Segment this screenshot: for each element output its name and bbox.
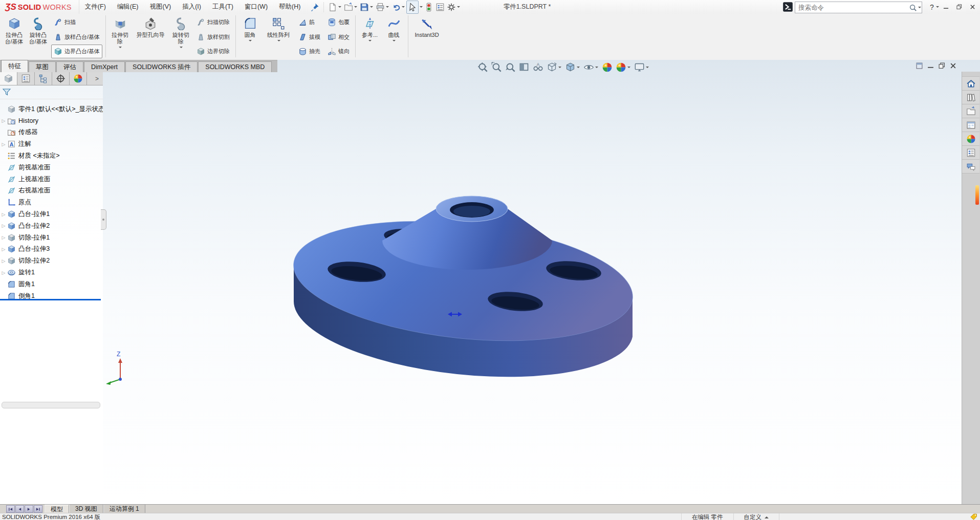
document-restore-icon[interactable] (939, 62, 945, 69)
forum-tab[interactable] (962, 160, 979, 174)
tree-item-boss-extrude1[interactable]: ▷ 凸台-拉伸1 (0, 208, 103, 220)
tree-item-right-plane[interactable]: 右视基准面 (0, 185, 103, 197)
tree-item-front-plane[interactable]: 前视基准面 (0, 162, 103, 174)
panel-expand-chevron-icon[interactable]: > (87, 72, 103, 85)
menu-window[interactable]: 窗口(W) (239, 0, 273, 14)
revolved-boss-button[interactable]: 旋转凸台/基体 (26, 15, 50, 58)
tab-evaluate[interactable]: 评估 (56, 61, 83, 72)
linear-pattern-button[interactable]: 线性阵列 (262, 15, 295, 58)
appearances-tab[interactable] (962, 132, 979, 146)
view-orientation-button[interactable] (547, 62, 562, 73)
motion-study-tab[interactable]: 运动算例 1 (103, 505, 145, 513)
menu-pin-icon[interactable] (309, 2, 320, 12)
extruded-cut-button[interactable]: path d="M9 2.2l6.4 3.2v7.2L9 15.8l-6.4-3… (108, 15, 132, 58)
search-icon[interactable] (909, 4, 917, 12)
prev-tab-button[interactable] (15, 505, 24, 513)
expand-arrow-icon[interactable]: ▷ (0, 223, 7, 228)
open-button[interactable] (343, 1, 359, 13)
configurationmanager-tab[interactable] (35, 72, 52, 85)
sweep-button[interactable]: 扫描 (51, 15, 102, 29)
tree-item-fillet1[interactable]: 圆角1 (0, 278, 103, 290)
viewport-3d[interactable]: Z (103, 72, 962, 504)
document-close-icon[interactable] (950, 62, 956, 69)
tree-item-sensors[interactable]: 传感器 (0, 127, 103, 139)
restore-button[interactable] (952, 0, 966, 14)
options-button[interactable] (446, 1, 462, 13)
tree-item-boss-extrude2[interactable]: ▷ 凸台-拉伸2 (0, 220, 103, 232)
expand-arrow-icon[interactable]: ▷ (0, 142, 7, 147)
model-tab[interactable]: 模型 (45, 505, 69, 513)
document-window-icon[interactable] (916, 62, 923, 69)
file-properties-button[interactable] (434, 1, 446, 13)
tab-solidworks-addins[interactable]: SOLIDWORKS 插件 (125, 61, 198, 72)
panel-splitter-handle[interactable] (101, 209, 106, 230)
previous-view-button[interactable] (505, 62, 516, 73)
menu-edit[interactable]: 编辑(E) (112, 0, 144, 14)
expand-arrow-icon[interactable]: ▷ (0, 270, 7, 275)
fillet-button[interactable]: 圆角 (238, 15, 262, 58)
rollback-bar[interactable] (0, 299, 101, 300)
tag-icon[interactable] (970, 513, 977, 520)
zoom-fit-button[interactable] (477, 62, 488, 73)
custom-properties-tab[interactable] (962, 146, 979, 160)
units-selector[interactable]: 自定义 (733, 513, 779, 520)
tree-item-material[interactable]: 材质 <未指定> (0, 150, 103, 162)
swept-cut-button[interactable]: 扫描切除 (194, 15, 232, 29)
lofted-boss-button[interactable]: 放样凸台/基体 (51, 30, 102, 44)
edit-appearance-button[interactable] (602, 62, 613, 73)
last-tab-button[interactable] (34, 505, 42, 513)
home-tab[interactable] (962, 76, 979, 91)
search-shortcut-icon[interactable] (782, 2, 793, 12)
menu-insert[interactable]: 插入(I) (177, 0, 207, 14)
menu-file[interactable]: 文件(F) (79, 0, 112, 14)
tree-item-boss-extrude3[interactable]: ▷ 凸台-拉伸3 (0, 244, 103, 255)
search-input[interactable] (795, 4, 909, 11)
search-dropdown-caret[interactable] (918, 7, 921, 10)
apply-scene-button[interactable] (616, 62, 631, 73)
minimize-button[interactable] (939, 0, 952, 14)
section-view-button[interactable] (519, 62, 530, 73)
tab-dimxpert[interactable]: DimXpert (84, 61, 125, 72)
design-library-tab[interactable] (962, 91, 979, 104)
intersect-button[interactable]: 相交 (325, 30, 352, 44)
select-tool-button[interactable] (406, 1, 419, 14)
expand-arrow-icon[interactable]: ▷ (0, 258, 7, 264)
rebuild-button[interactable] (423, 1, 434, 13)
document-minimize-icon[interactable] (927, 62, 934, 69)
panel-scrollbar[interactable] (2, 402, 100, 408)
propertymanager-tab[interactable] (17, 72, 35, 85)
boundary-cut-button[interactable]: 边界切除 (194, 45, 232, 58)
view-palette-tab[interactable] (962, 118, 979, 132)
menu-tools[interactable]: 工具(T) (207, 0, 239, 14)
hide-show-items-button[interactable] (583, 62, 599, 73)
new-document-button[interactable] (327, 1, 343, 13)
expand-arrow-icon[interactable]: ▷ (0, 247, 7, 252)
expand-arrow-icon[interactable]: ▷ (0, 118, 7, 123)
shell-button[interactable]: 抽壳 (296, 45, 323, 58)
curves-button[interactable]: 曲线 (382, 15, 406, 58)
print-button[interactable] (375, 1, 390, 13)
display-style-button[interactable] (565, 62, 580, 73)
zoom-area-button[interactable] (491, 62, 502, 73)
reference-geometry-button[interactable]: 参考... (358, 15, 382, 58)
tree-item-cut-extrude2[interactable]: ▷ 切除-拉伸2 (0, 255, 103, 267)
lofted-cut-button[interactable]: 放样切割 (194, 30, 232, 44)
tree-filter-row[interactable] (0, 85, 103, 99)
expand-arrow-icon[interactable]: ▷ (0, 235, 7, 240)
mirror-button[interactable]: 镜向 (325, 45, 352, 58)
tab-sketch[interactable]: 草图 (29, 61, 56, 72)
tree-item-history[interactable]: ▷ History (0, 115, 103, 127)
dimxpertmanager-tab[interactable] (52, 72, 70, 85)
wrap-button[interactable]: 包覆 (325, 15, 352, 29)
tree-item-top-plane[interactable]: 上视基准面 (0, 174, 103, 185)
tab-solidworks-mbd[interactable]: SOLIDWORKS MBD (198, 61, 272, 72)
file-explorer-tab[interactable] (962, 104, 979, 118)
annotation-view-button[interactable]: A (533, 62, 543, 73)
featuremanager-tab[interactable] (0, 72, 17, 85)
tree-item-revolve1[interactable]: ▷ 旋转1 (0, 267, 103, 278)
tree-item-annotations[interactable]: ▷A 注解 (0, 138, 103, 150)
menu-view[interactable]: 视图(V) (144, 0, 177, 14)
expand-arrow-icon[interactable]: ▷ (0, 212, 7, 217)
rib-button[interactable]: 筋 (296, 15, 323, 29)
first-tab-button[interactable] (6, 505, 15, 513)
